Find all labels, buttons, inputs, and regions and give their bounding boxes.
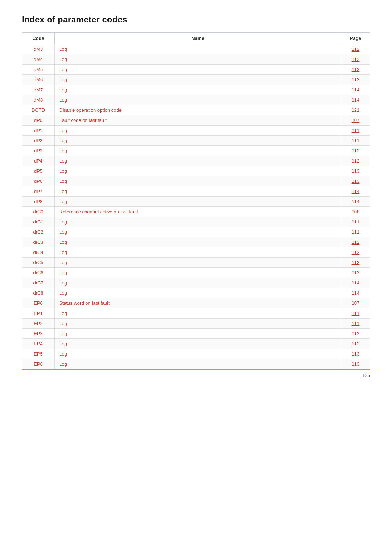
cell-page[interactable]: 113 xyxy=(341,268,370,278)
page-link[interactable]: 112 xyxy=(352,331,360,336)
cell-page[interactable]: 108 xyxy=(341,207,370,217)
cell-name: Log xyxy=(55,95,341,105)
table-row: drC4Log112 xyxy=(22,247,370,258)
table-row: EP0Status word on last fault107 xyxy=(22,298,370,308)
cell-page[interactable]: 111 xyxy=(341,308,370,319)
page-link[interactable]: 113 xyxy=(352,351,360,357)
page-link[interactable]: 112 xyxy=(352,46,360,52)
cell-page[interactable]: 114 xyxy=(341,197,370,207)
cell-page[interactable]: 112 xyxy=(341,146,370,156)
cell-page[interactable]: 113 xyxy=(341,258,370,268)
cell-code: drC7 xyxy=(22,278,55,288)
page-link[interactable]: 112 xyxy=(352,341,360,346)
cell-page[interactable]: 112 xyxy=(341,54,370,65)
cell-name: Log xyxy=(55,308,341,319)
table-row: dP5Log113 xyxy=(22,166,370,176)
page-link[interactable]: 114 xyxy=(352,199,360,204)
cell-code: dP4 xyxy=(22,156,55,166)
cell-page[interactable]: 107 xyxy=(341,115,370,126)
table-row: drC5Log113 xyxy=(22,258,370,268)
cell-page[interactable]: 113 xyxy=(341,359,370,369)
page-link[interactable]: 111 xyxy=(352,128,360,133)
page-link[interactable]: 112 xyxy=(352,148,360,153)
table-row: dM6Log113 xyxy=(22,75,370,85)
page-number: 125 xyxy=(362,373,370,378)
cell-page[interactable]: 112 xyxy=(341,329,370,339)
table-row: dP2Log111 xyxy=(22,136,370,146)
table-row: dM7Log114 xyxy=(22,85,370,95)
cell-page[interactable]: 112 xyxy=(341,339,370,349)
page-link[interactable]: 114 xyxy=(352,290,360,296)
cell-page[interactable]: 113 xyxy=(341,65,370,75)
cell-page[interactable]: 113 xyxy=(341,349,370,359)
cell-page[interactable]: 121 xyxy=(341,105,370,115)
page-link[interactable]: 113 xyxy=(352,168,360,174)
cell-page[interactable]: 113 xyxy=(341,176,370,186)
cell-code: drC6 xyxy=(22,268,55,278)
cell-page[interactable]: 114 xyxy=(341,95,370,105)
page-link[interactable]: 113 xyxy=(352,67,360,72)
cell-page[interactable]: 111 xyxy=(341,217,370,227)
cell-page[interactable]: 112 xyxy=(341,237,370,247)
cell-page[interactable]: 112 xyxy=(341,247,370,258)
page-link[interactable]: 112 xyxy=(352,250,360,255)
col-header-name: Name xyxy=(55,33,341,44)
page-link[interactable]: 107 xyxy=(352,118,360,123)
page-link[interactable]: 114 xyxy=(352,87,360,93)
page-link[interactable]: 112 xyxy=(352,239,360,245)
table-row: EP4Log112 xyxy=(22,339,370,349)
page-link[interactable]: 111 xyxy=(352,138,360,143)
page-link[interactable]: 111 xyxy=(352,311,360,316)
cell-name: Log xyxy=(55,268,341,278)
cell-name: Reference channel active on last fault xyxy=(55,207,341,217)
page-link[interactable]: 113 xyxy=(352,270,360,275)
page-link[interactable]: 113 xyxy=(352,178,360,184)
cell-code: dP8 xyxy=(22,197,55,207)
cell-page[interactable]: 107 xyxy=(341,298,370,308)
cell-code: drC1 xyxy=(22,217,55,227)
cell-page[interactable]: 114 xyxy=(341,85,370,95)
cell-page[interactable]: 114 xyxy=(341,288,370,298)
cell-page[interactable]: 111 xyxy=(341,319,370,329)
page-link[interactable]: 111 xyxy=(352,219,360,225)
page-link[interactable]: 111 xyxy=(352,229,360,235)
page-link[interactable]: 107 xyxy=(352,300,360,306)
page-link[interactable]: 121 xyxy=(352,107,360,113)
page-link[interactable]: 113 xyxy=(352,260,360,265)
cell-page[interactable]: 111 xyxy=(341,136,370,146)
cell-page[interactable]: 111 xyxy=(341,126,370,136)
cell-page[interactable]: 112 xyxy=(341,156,370,166)
cell-name: Log xyxy=(55,349,341,359)
table-row: EP5Log113 xyxy=(22,349,370,359)
cell-name: Log xyxy=(55,329,341,339)
cell-code: dP3 xyxy=(22,146,55,156)
table-row: dP4Log112 xyxy=(22,156,370,166)
page-link[interactable]: 113 xyxy=(352,77,360,82)
cell-page[interactable]: 114 xyxy=(341,186,370,197)
table-row: DOTDDisable operation option code121 xyxy=(22,105,370,115)
page-link[interactable]: 113 xyxy=(352,361,360,367)
cell-name: Log xyxy=(55,85,341,95)
cell-name: Log xyxy=(55,176,341,186)
cell-name: Status word on last fault xyxy=(55,298,341,308)
cell-code: drC0 xyxy=(22,207,55,217)
page-link[interactable]: 111 xyxy=(352,321,360,326)
table-row: dM3Log112 xyxy=(22,44,370,54)
cell-code: drC2 xyxy=(22,227,55,237)
page-link[interactable]: 112 xyxy=(352,158,360,164)
page-link[interactable]: 112 xyxy=(352,57,360,62)
cell-page[interactable]: 111 xyxy=(341,227,370,237)
table-row: drC7Log114 xyxy=(22,278,370,288)
page-link[interactable]: 114 xyxy=(352,97,360,103)
page-link[interactable]: 114 xyxy=(352,280,360,286)
cell-page[interactable]: 112 xyxy=(341,44,370,54)
cell-name: Log xyxy=(55,44,341,54)
cell-code: DOTD xyxy=(22,105,55,115)
page-link[interactable]: 108 xyxy=(352,209,360,214)
page-link[interactable]: 114 xyxy=(352,189,360,194)
table-row: dP0Fault code on last fault107 xyxy=(22,115,370,126)
cell-page[interactable]: 113 xyxy=(341,75,370,85)
cell-page[interactable]: 113 xyxy=(341,166,370,176)
cell-page[interactable]: 114 xyxy=(341,278,370,288)
cell-code: dP6 xyxy=(22,176,55,186)
